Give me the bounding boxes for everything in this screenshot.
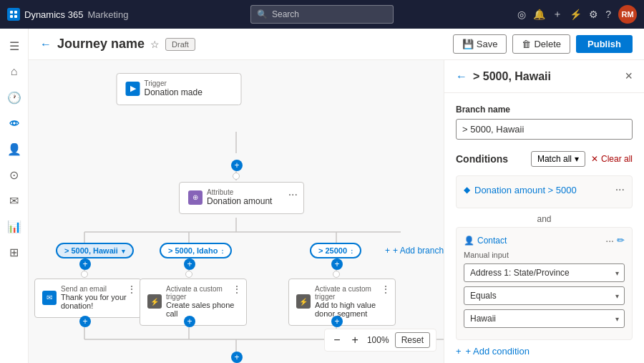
plus-btn-branch3[interactable]: + (331, 258, 343, 270)
publish-button[interactable]: Publish (576, 35, 633, 53)
circle-action3 (333, 271, 340, 278)
action3-more[interactable]: ⋮ (381, 284, 391, 295)
delete-icon: 🗑 (522, 39, 531, 49)
plus-after-action3[interactable]: + (331, 316, 343, 327)
condition1-more[interactable]: ··· (615, 183, 625, 196)
attribute-node[interactable]: ⊕ Attribute Donation amount ··· (179, 182, 304, 214)
action3-title: Add to high value donor segment (315, 301, 388, 318)
contact-edit-icon[interactable]: ✏ (617, 235, 625, 246)
action-node-1[interactable]: ✉ Send an email Thank you for your donat… (34, 279, 142, 318)
nav-icon-filter[interactable]: ⚡ (570, 9, 582, 20)
sidebar-item-contacts[interactable]: 👤 (3, 137, 26, 160)
plus-btn-branch2[interactable]: + (184, 258, 195, 270)
plus-before-exit[interactable]: + (231, 352, 243, 363)
app-module: Marketing (87, 9, 128, 20)
circle-after-trigger (233, 173, 240, 180)
sidebar-item-journey[interactable] (3, 112, 26, 135)
nav-icon-plus[interactable]: ＋ (552, 8, 562, 21)
attr-more[interactable]: ··· (288, 188, 298, 201)
branch-3[interactable]: > 25000 : (310, 243, 361, 258)
attribute-icon: ⊕ (188, 190, 203, 205)
hawaii-dropdown[interactable]: Hawaii (464, 309, 625, 328)
zoom-controls: − + 100% Reset (324, 329, 436, 352)
clear-all-button[interactable]: ✕ Clear all (591, 154, 633, 164)
clear-all-x-icon: ✕ (591, 154, 598, 164)
branch-1-dropdown-icon: ▾ (122, 248, 125, 255)
attr-type-label: Attribute (207, 188, 272, 196)
plus-button-after-trigger[interactable]: + (231, 160, 243, 171)
hawaii-dropdown-wrapper: Hawaii ▾ (464, 309, 625, 328)
branch-2-label: > 5000, Idaho (168, 246, 218, 255)
contact-block: 👤 Contact ··· ✏ Manual input Address 1: … (456, 227, 633, 340)
trigger-node[interactable]: ▶ Trigger Donation made (117, 73, 242, 105)
manual-input-label: Manual input (464, 251, 625, 259)
action1-type: Send an email (61, 285, 134, 293)
nav-icon-gear[interactable]: ⚙ (589, 9, 598, 20)
condition1-link[interactable]: Donation amount > 5000 (474, 185, 611, 195)
condition1-diamond-icon: ◆ (464, 185, 470, 195)
sidebar-item-home[interactable]: ⌂ (3, 60, 26, 83)
zoom-in-button[interactable]: + (349, 334, 361, 347)
nav-icon-help[interactable]: ? (605, 9, 611, 20)
save-button[interactable]: 💾 Save (453, 34, 507, 54)
equals-dropdown[interactable]: Equals (464, 286, 625, 305)
sidebar-item-analytics[interactable]: 📊 (3, 215, 26, 238)
back-button[interactable]: ← (40, 38, 52, 51)
action2-icon: ⚡ (147, 294, 162, 309)
sidebar-item-settings[interactable]: ⊞ (3, 241, 26, 263)
action2-more[interactable]: ⋮ (232, 284, 242, 295)
panel-back-button[interactable]: ← (456, 70, 467, 83)
add-condition-button[interactable]: + + Add condition (456, 346, 633, 357)
attr-title: Donation amount (207, 196, 272, 206)
plus-after-action1[interactable]: + (79, 316, 91, 327)
branch-1[interactable]: > 5000, Hawaii ▾ (56, 243, 134, 258)
circle-action1 (81, 271, 88, 278)
nav-icon-target[interactable]: ◎ (517, 9, 526, 20)
branch-2[interactable]: > 5000, Idaho : (160, 243, 232, 258)
sidebar-item-menu[interactable]: ☰ (3, 34, 26, 57)
zoom-out-button[interactable]: − (331, 334, 343, 347)
delete-label: Delete (534, 39, 561, 49)
contact-label[interactable]: Contact (477, 236, 602, 246)
zoom-reset-button[interactable]: Reset (395, 332, 430, 348)
address-dropdown[interactable]: Address 1: State/Province (464, 263, 625, 282)
star-icon[interactable]: ☆ (150, 39, 160, 50)
add-condition-label: + Add condition (466, 346, 530, 357)
trigger-title: Donation made (145, 87, 203, 97)
sidebar-item-recent[interactable]: 🕐 (3, 86, 26, 109)
app-name: Dynamics 365 (24, 9, 83, 20)
avatar[interactable]: RM (618, 5, 637, 24)
add-branch-icon: + (385, 246, 390, 256)
sidebar-item-segments[interactable]: ⊙ (3, 163, 26, 186)
contact-more[interactable]: ··· (605, 235, 614, 246)
plus-btn-branch1[interactable]: + (79, 258, 91, 270)
branch-name-input[interactable] (456, 119, 633, 140)
branch-1-label: > 5000, Hawaii (64, 246, 118, 255)
delete-button[interactable]: 🗑 Delete (512, 34, 570, 54)
svg-point-4 (12, 122, 16, 125)
action3-type: Activate a custom trigger (315, 285, 388, 301)
trigger-type-label: Trigger (145, 79, 203, 87)
svg-rect-1 (14, 11, 17, 14)
plus-after-action2[interactable]: + (184, 316, 195, 327)
search-icon: 🔍 (257, 9, 268, 19)
search-placeholder: Search (272, 9, 299, 19)
action2-title: Create sales phone call (166, 301, 239, 318)
top-nav: Dynamics 365 Marketing 🔍 Search ◎ 🔔 ＋ ⚡ … (0, 0, 644, 29)
page-title: Journey name (57, 37, 145, 52)
action3-icon: ⚡ (296, 294, 311, 309)
panel-close-button[interactable]: × (625, 69, 633, 84)
branch-3-dropdown-icon: : (351, 248, 353, 255)
save-icon: 💾 (462, 39, 474, 49)
toolbar-actions: 💾 Save 🗑 Delete Publish (453, 34, 633, 54)
action2-type: Activate a custom trigger (166, 285, 239, 301)
add-branch-button[interactable]: + + Add branch (385, 246, 444, 256)
nav-icon-bell[interactable]: 🔔 (533, 9, 545, 20)
app-logo[interactable]: Dynamics 365 Marketing (7, 8, 128, 21)
svg-rect-2 (10, 15, 13, 18)
match-all-dropdown[interactable]: Match all ▾ (531, 151, 585, 167)
search-bar[interactable]: 🔍 Search (250, 5, 394, 24)
sidebar-item-email[interactable]: ✉ (3, 189, 26, 212)
action1-more[interactable]: ⋮ (127, 284, 137, 295)
toolbar: ← Journey name ☆ Draft 💾 Save 🗑 Delete P… (29, 29, 644, 60)
